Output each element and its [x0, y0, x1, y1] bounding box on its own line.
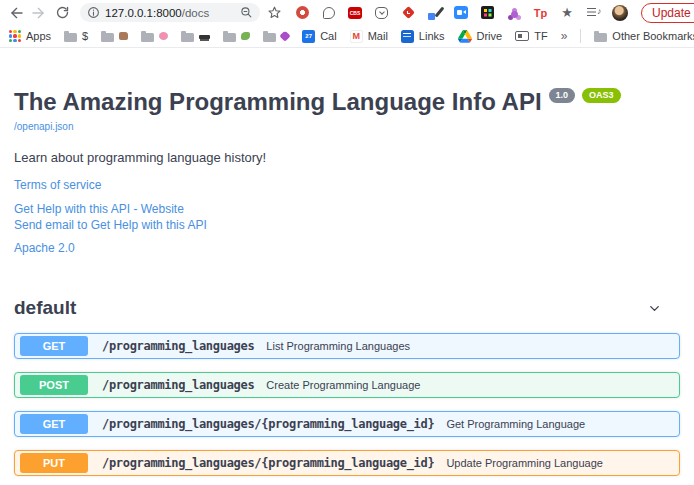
cbs-extension-icon[interactable]: CBS [347, 5, 363, 21]
endpoint-path: /programming_languages/{programming_lang… [102, 417, 434, 431]
endpoint-row[interactable]: GET /programming_languages List Programm… [14, 333, 680, 359]
folder-icon [101, 33, 114, 42]
endpoint-path: /programming_languages/{programming_lang… [102, 456, 434, 470]
bookmark-label: Links [419, 30, 445, 42]
bookmark-folder-horse[interactable] [101, 31, 128, 42]
help-website-link[interactable]: Get Help with this API - Website [14, 202, 680, 216]
folder-icon [64, 33, 77, 42]
bookmarks-divider [580, 29, 581, 43]
gray-star-extension-icon[interactable]: ★ [559, 5, 575, 21]
method-badge: GET [20, 414, 88, 434]
bookmark-label: Mail [368, 30, 388, 42]
folder-icon [181, 33, 194, 42]
horse-emoji-icon [119, 32, 128, 40]
terms-of-service-link[interactable]: Terms of service [14, 178, 680, 192]
pixel-art-extension-icon[interactable] [480, 5, 496, 21]
zoom-out-icon[interactable] [240, 6, 253, 19]
back-button[interactable] [7, 4, 25, 22]
bookmark-label: Other Bookmarks [612, 30, 694, 42]
page-title: The Amazing Programming Language Info AP… [14, 88, 680, 116]
update-label: Update [652, 6, 691, 20]
api-description: Learn about programming language history… [14, 150, 680, 165]
help-email-link[interactable]: Send email to Get Help with this API [14, 218, 680, 232]
card-icon [515, 31, 529, 41]
api-title-text: The Amazing Programming Language Info AP… [14, 88, 542, 116]
reload-icon [55, 5, 70, 20]
folder-icon [141, 33, 154, 42]
url-text: 127.0.0.1:8000/docs [105, 7, 209, 19]
endpoint-row[interactable]: PUT /programming_languages/{programming_… [14, 450, 680, 476]
chat-bubble-extension-icon[interactable] [321, 5, 337, 21]
video-call-extension-icon[interactable] [453, 5, 469, 21]
links-icon [401, 30, 414, 43]
red-circle-extension-icon[interactable] [294, 5, 310, 21]
openapi-spec-link[interactable]: /openapi.json [14, 121, 74, 132]
page-info-icon[interactable] [87, 6, 100, 19]
oas3-badge: OAS3 [582, 88, 621, 103]
playlist-extension-icon[interactable] [586, 5, 602, 21]
endpoint-row[interactable]: POST /programming_languages Create Progr… [14, 372, 680, 398]
bookmark-tf[interactable]: TF [515, 30, 547, 42]
bookmark-apps[interactable]: Apps [9, 30, 51, 42]
endpoint-row[interactable]: GET /programming_languages/{programming_… [14, 411, 680, 437]
back-icon [8, 5, 24, 21]
method-badge: GET [20, 336, 88, 356]
endpoint-path: /programming_languages [102, 378, 254, 392]
red-diamond-extension-icon[interactable] [400, 5, 416, 21]
endpoint-summary: Update Programming Language [446, 457, 603, 469]
endpoints-list: GET /programming_languages List Programm… [14, 333, 680, 485]
apps-grid-icon [9, 30, 21, 42]
update-button[interactable]: Update [641, 3, 694, 23]
color-picker-extension-icon[interactable] [427, 5, 443, 21]
section-title: default [14, 297, 76, 319]
bookmarks-overflow-button[interactable]: » [561, 29, 568, 43]
bookmark-drive[interactable]: Drive [458, 30, 503, 43]
bookmark-folder-brain[interactable] [141, 31, 168, 42]
method-badge: PUT [20, 453, 88, 473]
method-badge: POST [20, 375, 88, 395]
bookmark-mail[interactable]: M Mail [350, 30, 388, 43]
overflow-chevron-icon: » [561, 29, 568, 43]
bookmark-folder-heart[interactable] [263, 31, 289, 42]
tampermonkey-extension-icon[interactable]: Tp [533, 5, 549, 21]
forward-icon [31, 5, 47, 21]
address-bar[interactable]: 127.0.0.1:8000/docs [80, 3, 260, 22]
pocket-extension-icon[interactable] [374, 5, 390, 21]
bookmark-label: Apps [26, 30, 51, 42]
bookmark-star-icon [267, 5, 282, 20]
calendar-icon: 27 [302, 30, 315, 43]
endpoint-path: /programming_languages [102, 339, 254, 353]
forward-button[interactable] [30, 4, 48, 22]
folder-icon [263, 33, 276, 42]
reload-button[interactable] [53, 4, 71, 22]
swagger-page: The Amazing Programming Language Info AP… [0, 48, 694, 485]
api-links: Terms of service Get Help with this API … [14, 178, 680, 255]
endpoint-summary: List Programming Languages [266, 340, 410, 352]
url-host: 127.0.0.1:8000 [105, 7, 182, 19]
other-bookmarks-button[interactable]: Other Bookmarks [594, 30, 694, 42]
bookmark-links[interactable]: Links [401, 30, 445, 43]
license-link[interactable]: Apache 2.0 [14, 241, 680, 255]
bookmark-calendar[interactable]: 27 Cal [302, 30, 337, 43]
bookmark-folder-lizard[interactable] [223, 31, 250, 42]
bookmark-folder-graduation[interactable] [181, 31, 210, 42]
purple-flower-extension-icon[interactable] [506, 5, 522, 21]
brain-emoji-icon [159, 32, 168, 40]
drive-icon [458, 30, 472, 43]
chevron-down-icon[interactable] [647, 301, 662, 316]
bookmark-folder-dollar[interactable]: $ [64, 30, 88, 42]
bookmark-label: $ [82, 30, 88, 42]
browser-toolbar: 127.0.0.1:8000/docs CBS Tp ★ Update [0, 0, 694, 25]
folder-icon [594, 33, 607, 42]
section-header-default[interactable]: default [14, 297, 680, 319]
endpoint-summary: Create Programming Language [266, 379, 420, 391]
profile-avatar[interactable] [612, 5, 628, 21]
endpoint-summary: Get Programming Language [446, 418, 585, 430]
bookmark-label: Cal [320, 30, 337, 42]
purple-heart-emoji-icon [279, 30, 290, 41]
graduation-cap-emoji-icon [199, 35, 210, 39]
gmail-icon: M [350, 30, 363, 43]
bookmark-star-button[interactable] [265, 4, 283, 22]
extension-icons: CBS Tp ★ [294, 5, 628, 21]
bookmark-label: Drive [477, 30, 503, 42]
